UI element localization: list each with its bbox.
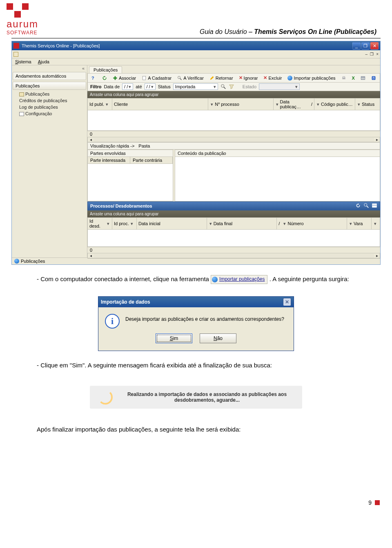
power-button[interactable] [369, 75, 378, 81]
data-de-label: Data de [104, 84, 120, 89]
child-restore[interactable]: ❐ [370, 52, 374, 56]
col-status[interactable]: ▾Status [355, 98, 380, 110]
child-close[interactable]: × [376, 52, 379, 56]
dialog-close-button[interactable]: ✕ [283, 298, 291, 306]
group-by-hint[interactable]: Arraste uma coluna aqui para agrupar [87, 91, 380, 98]
col-id-publ[interactable]: Id publ.▾ [88, 98, 112, 110]
excel-button[interactable]: X [350, 75, 357, 81]
col-nprocesso[interactable]: ▾Nº processo [208, 98, 274, 110]
group-by-hint-2[interactable]: Arraste uma coluna aqui para agrupar [87, 210, 380, 217]
menu-ajuda[interactable]: Ajuda [38, 59, 49, 64]
logo: aurum SOFTWARE [7, 3, 76, 36]
sidebar-sub-creditos[interactable]: Créditos de publicações [12, 97, 87, 104]
sidebar-collapse[interactable]: « [12, 65, 87, 71]
chevron-down-icon: ▾ [294, 84, 298, 89]
refresh-button[interactable] [100, 75, 109, 81]
menu-sistema[interactable]: SSistemaistema [15, 59, 31, 64]
clear-filter-button[interactable] [229, 84, 234, 89]
toolbar: ? Associar A Cadastrar A Verificar Retor… [87, 73, 380, 83]
col-parte-interessada[interactable]: Parte interessada [88, 157, 130, 163]
chevron-down-icon: ▾ [213, 84, 217, 89]
status-tab[interactable]: Publicações [21, 259, 45, 264]
col-numero[interactable]: / ▾Número [277, 218, 347, 229]
dialog-no-button[interactable]: Não [200, 333, 236, 343]
col-cod-pub[interactable]: ▾Código public… [314, 98, 355, 110]
col-parte-contraria[interactable]: Parte contrária [130, 157, 173, 163]
refresh-icon[interactable] [355, 203, 361, 209]
chevron-down-icon: ▾ [357, 102, 361, 107]
quickview-label: Visualização rápida -> [90, 143, 134, 148]
inline-importar-button[interactable]: Importar publicações [211, 275, 267, 284]
scroll-right-icon[interactable]: ▸ [374, 253, 380, 258]
col-extra[interactable]: ▾ [372, 218, 380, 229]
dialog-message: Deseja importar as publicações e criar o… [125, 314, 284, 329]
col-id-desd[interactable]: Id desd.▾ [88, 218, 112, 229]
page-footer: 9 [12, 499, 380, 506]
window-title: Themis Serviços Online - [Publicações] [22, 43, 100, 48]
grid-button[interactable] [359, 75, 368, 81]
acadastrar-button[interactable]: A Cadastrar [140, 75, 174, 81]
grid-icon [361, 76, 365, 81]
scroll-left-icon[interactable]: ◂ [88, 137, 94, 142]
quickview-pasta[interactable]: Pasta [138, 143, 150, 148]
ignorar-button[interactable]: ✕Ignorar [237, 74, 260, 81]
sidebar-item-publicacoes[interactable]: Publicações [13, 82, 86, 90]
search-button[interactable] [220, 84, 226, 89]
search-icon[interactable] [363, 203, 369, 209]
paragraph-1: - Com o computador conectado a internet,… [37, 275, 355, 284]
pencil-icon [209, 76, 214, 81]
row-count-2: 0 [87, 247, 380, 253]
excluir-button[interactable]: ✕Excluir [261, 74, 284, 81]
tab-publicacoes[interactable]: Publicações [89, 66, 122, 73]
help-button[interactable]: ? [89, 75, 98, 81]
status-select[interactable]: Importada▾ [173, 83, 218, 90]
col-data-pub[interactable]: ▾Data publicaç… / [274, 98, 314, 110]
close-button[interactable]: ✕ [370, 42, 379, 49]
scroll-right-icon[interactable]: ▸ [374, 137, 380, 142]
col-data-ini[interactable]: Data inicial [137, 218, 207, 229]
date-from-input[interactable]: / /▾ [122, 83, 133, 90]
sidebar-sub-publicacoes[interactable]: Publicações [12, 91, 87, 97]
chevron-down-icon: ▾ [349, 221, 353, 226]
menubar: SSistemaistema Ajuda [12, 58, 380, 65]
svg-rect-2 [143, 76, 146, 80]
retornar-button[interactable]: Retornar [207, 75, 235, 81]
dialog-title: Importação de dados [101, 299, 150, 305]
grid-icon[interactable] [372, 203, 377, 209]
print-button[interactable] [339, 75, 348, 81]
importar-button[interactable]: Importar publicações [285, 75, 337, 81]
quick-view-bar: Visualização rápida -> Pasta [87, 142, 380, 150]
app-icon [13, 43, 19, 49]
col-id-proc[interactable]: Id proc.▾ [112, 218, 137, 229]
sidebar-item-andamentos[interactable]: Andamentos automáticos [13, 72, 86, 80]
page-number: 9 [368, 499, 372, 506]
dialog-importacao: Importação de dados ✕ i Deseja importar … [98, 296, 294, 351]
date-to-input[interactable]: / /▾ [145, 83, 156, 90]
svg-point-15 [364, 204, 367, 206]
minimize-button[interactable]: _ [352, 42, 361, 49]
child-min[interactable]: – [365, 52, 368, 56]
sidebar-sub-log[interactable]: Log de publicações [12, 104, 87, 110]
chevron-down-icon: ▾ [106, 221, 110, 226]
status-label: Status [158, 84, 171, 89]
ate-label: até [136, 84, 142, 89]
page-header: aurum SOFTWARE Guia do Usuário – Themis … [0, 0, 392, 36]
col-data-fin[interactable]: ▾Data final [207, 218, 277, 229]
estado-select[interactable]: ▾ [259, 83, 300, 90]
printer-icon [341, 76, 346, 81]
funnel-clear-icon [229, 84, 234, 89]
col-cliente[interactable]: Cliente [112, 98, 208, 110]
dialog-yes-button[interactable]: Sim [156, 333, 192, 343]
hscroll[interactable]: ◂▸ [87, 137, 380, 142]
titlebar: Themis Serviços Online - [Publicações] _… [12, 41, 380, 50]
associar-button[interactable]: Associar [111, 75, 138, 81]
col-vara[interactable]: ▾Vara [347, 218, 372, 229]
averificar-button[interactable]: A Verificar [175, 75, 206, 81]
x-icon: ✕ [263, 75, 267, 81]
maximize-button[interactable]: ❐ [361, 42, 370, 49]
hscroll-2[interactable]: ◂▸ [87, 253, 380, 258]
sidebar-sub-config[interactable]: Configuração [12, 110, 87, 117]
svg-line-4 [180, 78, 182, 80]
panel-conteudo-title: Conteúdo da publicação [175, 150, 380, 157]
scroll-left-icon[interactable]: ◂ [88, 253, 94, 258]
